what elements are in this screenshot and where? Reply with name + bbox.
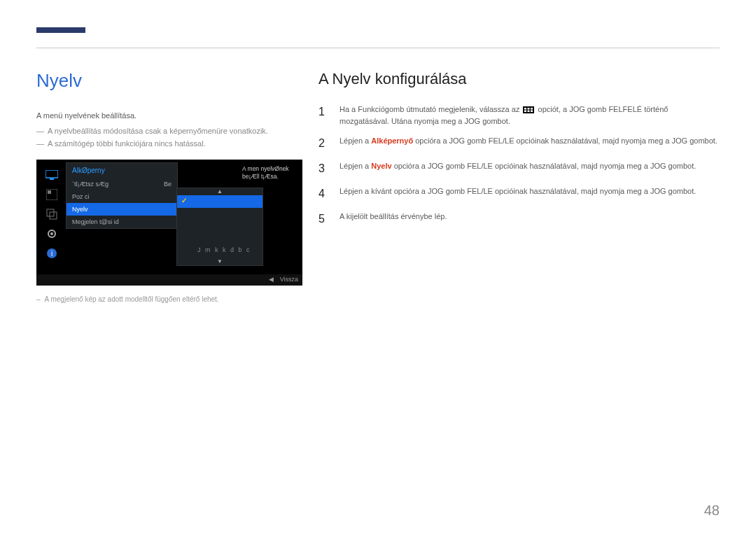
osd-back-label: Vissza [280,276,298,283]
osd-menu-title: AlkØperny [66,163,177,178]
step-number: 1 [318,104,328,127]
step-number: 3 [318,160,328,177]
header-divider [36,48,720,48]
arrow-left-icon: ◀ [269,276,274,283]
svg-rect-1 [50,178,54,180]
section-description: A menü nyelvének beállítása. [36,111,302,120]
step-number: 4 [318,185,328,202]
arrow-down-icon: ▼ [177,258,262,265]
svg-rect-14 [524,111,526,113]
svg-rect-12 [528,108,530,110]
osd-submenu-row [177,208,262,220]
step-item: 3 Lépjen a Nyelv opcióra a JOG gomb FEL/… [318,160,720,177]
step-text: Lépjen a kívánt opcióra a JOG gomb FEL/L… [340,185,696,202]
highlight-term: Nyelv [371,162,391,170]
menu-grid-icon [523,106,534,113]
step-number: 5 [318,211,328,227]
svg-rect-3 [48,190,51,194]
info-icon: i [45,246,59,260]
svg-rect-0 [46,170,58,178]
steps-list: 1 Ha a Funkciógomb útmutató megjelenik, … [318,104,720,227]
osd-menu-panel: AlkØperny `tl¡Ætsz sÆg Be Poz ci Nyelv M… [66,162,178,229]
svg-point-7 [50,232,53,235]
osd-menu-item: `tl¡Ætsz sÆg Be [66,178,177,190]
osd-bottom-bar: ◀ Vissza [36,274,302,286]
page-number: 48 [704,503,720,519]
monitor-icon [45,168,59,182]
gear-icon [45,227,59,241]
osd-menu-item: Megjelen t@si id [66,216,177,228]
osd-sub-hint: J m k k d b c [197,246,251,253]
osd-menu-item-selected: Nyelv [66,203,177,216]
section-notes: ―A nyelvbeállítás módosítása csak a képe… [36,125,302,150]
layout-icon [45,188,59,202]
highlight-term: Alképernyő [371,136,413,145]
osd-hint-text: A men nyelvØnek be¡Æll t¡Æsa. [239,162,301,183]
step-number: 2 [318,135,328,152]
subsection-heading: A Nyelv konfigurálása [318,70,720,88]
osd-submenu-panel: ▲ ✓ ▼ [176,188,263,266]
osd-sidebar: i [43,165,60,280]
note-line: A számítógép többi funkciójára nincs hat… [48,139,206,148]
osd-submenu-row-selected: ✓ [177,195,262,208]
step-item: 5 A kijelölt beállítás érvénybe lép. [318,211,720,227]
osd-submenu-row [177,233,262,246]
header-accent-bar [36,27,85,33]
svg-rect-10 [523,106,534,113]
step-text: A kijelölt beállítás érvénybe lép. [340,211,447,227]
osd-menu-item: Poz ci [66,190,177,203]
arrow-up-icon: ▲ [177,188,262,195]
section-heading: Nyelv [36,70,302,92]
svg-text:i: i [51,250,52,258]
osd-screenshot: i AlkØperny `tl¡Ætsz sÆg Be Poz ci Nyelv… [36,160,302,286]
note-line: A nyelvbeállítás módosítása csak a képer… [48,127,268,135]
svg-rect-16 [531,111,533,113]
step-item: 1 Ha a Funkciógomb útmutató megjelenik, … [318,104,720,127]
svg-rect-15 [528,111,530,113]
step-text: Lépjen a Nyelv opcióra a JOG gomb FEL/LE… [340,160,696,177]
step-item: 4 Lépjen a kívánt opcióra a JOG gomb FEL… [318,185,720,202]
step-text: Ha a Funkciógomb útmutató megjelenik, vá… [340,104,720,127]
svg-rect-4 [47,209,54,216]
left-column: Nyelv A menü nyelvének beállítása. ―A ny… [36,70,302,303]
image-footnote: –A megjelenő kép az adott modelltől függ… [36,295,302,303]
overlay-icon [45,207,59,221]
svg-rect-13 [531,108,533,110]
svg-rect-5 [50,212,57,219]
right-column: A Nyelv konfigurálása 1 Ha a Funkciógomb… [318,70,720,236]
step-text: Lépjen a Alképernyő opcióra a JOG gomb F… [340,135,718,152]
step-item: 2 Lépjen a Alképernyő opcióra a JOG gomb… [318,135,720,152]
svg-rect-11 [524,108,526,110]
check-icon: ✓ [181,197,187,204]
osd-submenu-row [177,220,262,233]
